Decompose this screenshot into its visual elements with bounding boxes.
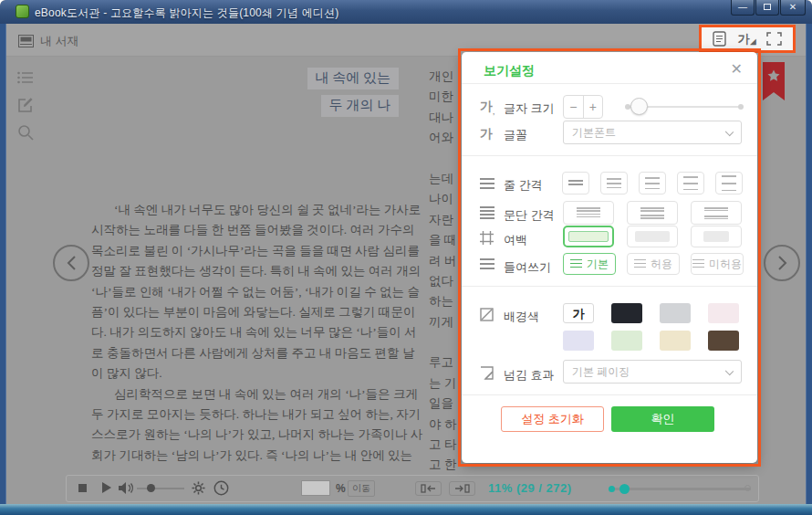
font-size-stepper: − + bbox=[563, 95, 603, 119]
paragraph-spacing-icon bbox=[480, 206, 494, 219]
reset-settings-button[interactable]: 설정 초기화 bbox=[501, 406, 604, 432]
text-fragment: 없다 bbox=[429, 271, 458, 291]
paragraph-spacing-option-3[interactable] bbox=[691, 201, 742, 225]
indent-option-disallow[interactable]: 미허용 bbox=[691, 253, 744, 275]
jump-start-icon bbox=[421, 484, 436, 493]
text-fragment: 루고 bbox=[429, 352, 458, 373]
text-fragment: 하는 bbox=[429, 291, 458, 311]
text-line: 회가 기대하는 ‘남의 나’가 있다. 즉 ‘나의 나’는 내 안에 있는 bbox=[91, 446, 454, 466]
font-family-dropdown[interactable]: 기본폰트 bbox=[563, 121, 742, 144]
play-icon[interactable] bbox=[102, 482, 111, 493]
margin-option-3[interactable] bbox=[691, 226, 742, 247]
percent-input[interactable] bbox=[301, 480, 330, 496]
chevron-left-icon bbox=[67, 255, 77, 271]
background-color-label: 배경색 bbox=[504, 309, 539, 325]
bg-swatch-white[interactable]: 가 bbox=[563, 303, 594, 323]
paragraph-spacing-option-1[interactable] bbox=[563, 201, 614, 225]
paragraph-spacing-label: 문단 간격 bbox=[504, 207, 555, 224]
next-page-button[interactable] bbox=[764, 245, 800, 281]
line-spacing-option-4[interactable] bbox=[677, 172, 704, 194]
line-spacing-option-3[interactable] bbox=[639, 172, 666, 194]
timer-icon[interactable] bbox=[213, 480, 229, 496]
table-of-contents-icon[interactable] bbox=[17, 69, 34, 86]
text-fragment: 개인 bbox=[429, 67, 458, 87]
tts-settings-gear-icon[interactable] bbox=[191, 480, 206, 496]
line-spacing-option-5[interactable] bbox=[715, 172, 743, 194]
indent-option-label: 미허용 bbox=[709, 257, 742, 272]
bookmark-ribbon-icon[interactable] bbox=[763, 62, 785, 106]
close-button[interactable]: ✕ bbox=[780, 0, 806, 16]
progress-slider-handle[interactable] bbox=[619, 484, 630, 494]
my-library-button[interactable]: 내 서재 bbox=[18, 33, 79, 49]
indent-option-default-selected[interactable]: 기본 bbox=[563, 253, 616, 275]
text-fragment: 미한 bbox=[429, 87, 458, 107]
toolbar-highlight-annotation: 가◢ bbox=[699, 25, 796, 53]
indent-option-label: 기본 bbox=[587, 257, 609, 272]
bg-swatch-green[interactable] bbox=[611, 331, 642, 351]
stop-icon[interactable] bbox=[78, 484, 87, 492]
text-fragment: 을 때 bbox=[429, 230, 458, 250]
panel-title: 보기설정 bbox=[484, 63, 535, 79]
next-column-text: 개인 미한 대나 어와 는데 나이 자란 을 때 려 버 없다 하는 끼게 루고… bbox=[429, 67, 458, 476]
font-glyph-mark: ◢ bbox=[750, 37, 755, 46]
chevron-right-icon bbox=[777, 255, 787, 271]
page-effect-label: 넘김 효과 bbox=[504, 367, 555, 384]
window-border-right bbox=[806, 24, 812, 505]
bg-swatch-brown[interactable] bbox=[708, 331, 739, 351]
text-fragment bbox=[429, 332, 458, 352]
font-family-value: 기본폰트 bbox=[572, 126, 616, 139]
background-color-icon bbox=[480, 308, 494, 321]
margin-label: 여백 bbox=[504, 232, 527, 248]
font-size-decrease-button[interactable]: − bbox=[564, 96, 584, 118]
page-text: ‘내 속엔 내가 너무도 많아 당신의 쉴 곳 없네’라는 가사로 시작하는 노… bbox=[91, 200, 454, 466]
goto-button[interactable]: 이동 bbox=[348, 480, 375, 497]
bg-swatch-gray[interactable] bbox=[660, 303, 691, 323]
font-family-label: 글꼴 bbox=[504, 127, 527, 143]
indent-option-allow[interactable]: 허용 bbox=[627, 253, 680, 275]
text-fragment: 는 기 bbox=[429, 373, 458, 394]
bg-swatch-cream[interactable] bbox=[660, 331, 691, 351]
bg-swatch-lavender[interactable] bbox=[563, 331, 594, 351]
previous-page-button[interactable] bbox=[53, 245, 89, 281]
annotation-icon[interactable] bbox=[17, 97, 34, 113]
jump-to-end-button[interactable] bbox=[449, 481, 475, 496]
confirm-button[interactable]: 확인 bbox=[611, 406, 714, 432]
text-line: 다. 내가 의도하지 않아도 내 속에 있는 너무 많은 ‘나’들이 서 bbox=[91, 322, 454, 342]
paragraph-spacing-option-2[interactable] bbox=[627, 201, 678, 225]
jump-end-icon bbox=[454, 484, 470, 493]
volume-slider-handle[interactable] bbox=[147, 484, 155, 492]
view-settings-icon[interactable]: 가◢ bbox=[737, 31, 755, 47]
margin-option-2[interactable] bbox=[627, 226, 678, 247]
divider bbox=[462, 155, 757, 156]
chapter-title-line1: 내 속에 있는 bbox=[307, 68, 400, 89]
line-spacing-option-2[interactable] bbox=[600, 172, 628, 194]
font-size-slider-handle[interactable] bbox=[630, 98, 648, 115]
text-line: 심리학적으로 보면 내 속에 있는 여러 개의 ‘나’들은 크게 bbox=[91, 384, 454, 405]
page-effect-dropdown[interactable]: 기본 페이징 bbox=[563, 360, 742, 384]
divider bbox=[462, 394, 757, 395]
jump-to-start-button[interactable] bbox=[415, 481, 442, 496]
page-settings-icon[interactable] bbox=[713, 31, 726, 47]
search-icon[interactable] bbox=[17, 124, 34, 141]
fullscreen-icon[interactable] bbox=[766, 32, 782, 46]
bg-swatch-pink[interactable] bbox=[708, 303, 739, 323]
font-family-icon: 가 bbox=[480, 126, 493, 142]
volume-slider-track[interactable] bbox=[137, 488, 184, 489]
font-glyph: 가 bbox=[737, 31, 749, 47]
margin-option-1-selected[interactable] bbox=[563, 226, 614, 247]
progress-text: 11% (29 / 272) bbox=[488, 481, 572, 495]
font-size-increase-button[interactable]: + bbox=[584, 96, 603, 118]
window-title: eBook도서관 - 고요할수록 밝아지는 것들(100쇄 기념 에디션) bbox=[35, 5, 338, 21]
minimize-button[interactable]: — bbox=[731, 0, 755, 16]
bg-swatch-dark[interactable] bbox=[611, 303, 642, 323]
text-fragment: 일을 bbox=[429, 394, 458, 414]
text-line: 시작하는 노래를 다들 한 번쯤 들어봤을 것이다. 여러 가수의 bbox=[91, 220, 454, 240]
volume-icon[interactable] bbox=[118, 481, 133, 495]
maximize-button[interactable] bbox=[755, 0, 779, 16]
page-effect-icon bbox=[480, 366, 494, 380]
panel-close-icon[interactable]: ✕ bbox=[731, 60, 743, 78]
text-line: 정말 잘 표현했다는 생각이 든다. 특히 내 속에 있는 여러 개의 bbox=[91, 261, 454, 281]
font-size-label: 글자 크기 bbox=[504, 100, 555, 117]
line-spacing-option-1[interactable] bbox=[562, 172, 589, 194]
progress-slider-track[interactable] bbox=[609, 488, 751, 490]
